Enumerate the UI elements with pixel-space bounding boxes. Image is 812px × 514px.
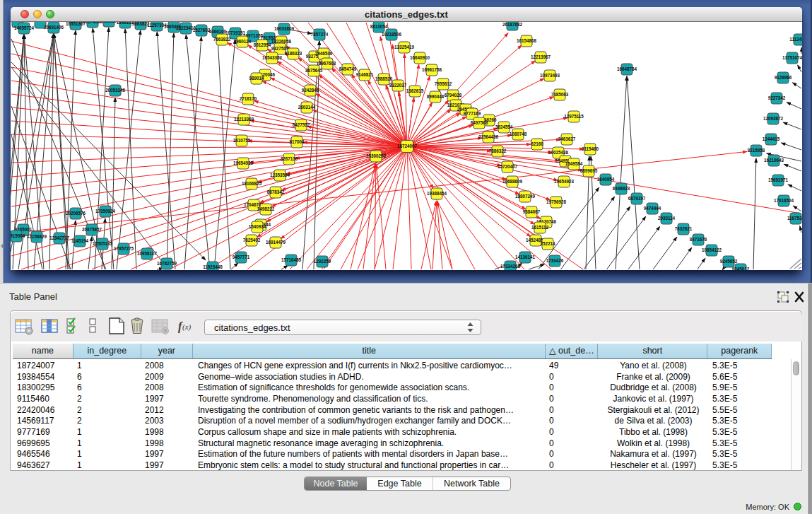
svg-text:17957275: 17957275 <box>114 246 134 251</box>
svg-text:13325419: 13325419 <box>394 45 415 49</box>
svg-text:8990448: 8990448 <box>427 94 445 99</box>
svg-text:10654122: 10654122 <box>702 247 722 252</box>
svg-text:17334268: 17334268 <box>500 264 521 269</box>
svg-text:11124586: 11124586 <box>789 37 802 42</box>
svg-text:1588520: 1588520 <box>375 76 393 81</box>
svg-text:9115460: 9115460 <box>582 146 599 151</box>
svg-text:19166825: 19166825 <box>242 181 262 186</box>
svg-text:9463627: 9463627 <box>558 136 576 141</box>
svg-text:9245652: 9245652 <box>720 259 738 264</box>
svg-text:1145194: 1145194 <box>71 238 89 243</box>
svg-text:12213967: 12213967 <box>531 54 551 59</box>
svg-text:1292259: 1292259 <box>314 259 331 264</box>
svg-text:1080748: 1080748 <box>510 132 527 136</box>
svg-text:7955812: 7955812 <box>435 81 452 86</box>
svg-text:1733426: 1733426 <box>546 258 564 263</box>
svg-text:1610755: 1610755 <box>233 138 251 143</box>
svg-text:20053346: 20053346 <box>105 88 126 93</box>
svg-text:62160: 62160 <box>531 141 543 146</box>
svg-text:16961758: 16961758 <box>422 67 442 72</box>
svg-text:9384067: 9384067 <box>523 209 541 214</box>
svg-text:8454749: 8454749 <box>339 66 357 71</box>
svg-text:16154808: 16154808 <box>517 38 537 43</box>
svg-text:9327509: 9327509 <box>271 46 289 51</box>
svg-text:20975857: 20975857 <box>82 227 102 232</box>
svg-text:19654935: 19654935 <box>233 160 254 165</box>
svg-text:10025438: 10025438 <box>548 150 569 155</box>
svg-text:1527602: 1527602 <box>193 28 211 33</box>
svg-text:7663822: 7663822 <box>213 37 231 42</box>
svg-text:17016504: 17016504 <box>774 198 794 203</box>
svg-text:6497568: 6497568 <box>471 120 488 125</box>
svg-text:8878342: 8878342 <box>267 189 285 194</box>
svg-text:7857274: 7857274 <box>311 32 329 37</box>
svg-text:12975115: 12975115 <box>564 114 584 119</box>
svg-text:19654923: 19654923 <box>554 179 575 184</box>
svg-text:14055724: 14055724 <box>14 25 35 30</box>
svg-text:3915964: 3915964 <box>11 233 25 238</box>
svg-text:2946546: 2946546 <box>315 51 333 56</box>
svg-text:16033809: 16033809 <box>274 26 295 31</box>
svg-text:16782759: 16782759 <box>157 261 177 266</box>
svg-text:6879197: 6879197 <box>628 196 646 201</box>
svg-text:8427552: 8427552 <box>293 122 310 127</box>
svg-text:3624554: 3624554 <box>495 124 513 129</box>
svg-text:8938923: 8938923 <box>613 186 630 191</box>
svg-text:12342717: 12342717 <box>49 235 70 240</box>
svg-text:18807249: 18807249 <box>515 194 536 199</box>
svg-text:7632621: 7632621 <box>675 226 693 231</box>
svg-text:14136141: 14136141 <box>515 255 536 259</box>
svg-text:8322037: 8322037 <box>389 83 407 88</box>
svg-text:1549584: 1549584 <box>565 161 583 166</box>
svg-text:2967608: 2967608 <box>319 61 336 66</box>
svg-text:18724007: 18724007 <box>397 144 418 148</box>
svg-text:8960124: 8960124 <box>234 39 252 44</box>
svg-text:(x): (x) <box>182 322 192 332</box>
svg-text:19388454: 19388454 <box>427 191 447 196</box>
svg-text:2933114: 2933114 <box>658 216 676 221</box>
svg-text:9129966: 9129966 <box>775 75 792 80</box>
svg-text:2603144: 2603144 <box>298 105 316 110</box>
svg-text:26187682: 26187682 <box>502 22 523 27</box>
svg-text:9457771: 9457771 <box>233 255 250 259</box>
svg-text:1167534: 1167534 <box>787 216 802 221</box>
svg-text:989014: 989014 <box>249 76 264 81</box>
svg-text:16210643: 16210643 <box>764 158 784 163</box>
svg-text:8215958: 8215958 <box>748 148 765 153</box>
svg-text:1540934: 1540934 <box>249 224 266 229</box>
svg-text:8912954: 8912954 <box>254 42 271 47</box>
svg-text:9146821: 9146821 <box>356 72 374 77</box>
svg-text:1244415: 1244415 <box>763 136 780 141</box>
svg-text:12093872: 12093872 <box>763 116 784 121</box>
svg-text:10973493: 10973493 <box>540 73 560 78</box>
svg-text:12213369: 12213369 <box>234 117 254 122</box>
svg-text:6466100: 6466100 <box>209 29 227 34</box>
svg-text:15692971: 15692971 <box>768 177 789 182</box>
svg-text:10958107: 10958107 <box>137 251 158 256</box>
svg-text:15716485: 15716485 <box>281 257 302 262</box>
svg-text:21564436: 21564436 <box>478 134 499 139</box>
svg-text:1362615: 1362615 <box>406 88 424 93</box>
svg-text:3875645: 3875645 <box>305 68 323 73</box>
svg-text:20206576: 20206576 <box>66 211 86 216</box>
svg-text:16640910: 16640910 <box>410 55 430 60</box>
svg-text:16543382: 16543382 <box>262 55 283 60</box>
svg-text:8813054: 8813054 <box>370 24 388 29</box>
svg-text:7886322: 7886322 <box>489 148 507 153</box>
svg-text:1640954: 1640954 <box>597 177 615 182</box>
svg-text:16648784: 16648784 <box>617 66 637 71</box>
svg-text:12353594: 12353594 <box>270 173 290 177</box>
svg-text:3267130: 3267130 <box>281 156 298 161</box>
svg-text:9245012: 9245012 <box>732 267 750 270</box>
svg-text:10688609: 10688609 <box>502 179 523 184</box>
svg-text:6794028: 6794028 <box>445 93 462 98</box>
svg-text:13751074: 13751074 <box>782 55 802 60</box>
svg-text:20691406: 20691406 <box>44 25 64 30</box>
svg-text:25300293: 25300293 <box>366 153 387 158</box>
svg-text:11923448: 11923448 <box>203 264 223 269</box>
svg-text:1498222: 1498222 <box>257 206 275 211</box>
svg-text:9474444: 9474444 <box>644 206 661 211</box>
svg-text:8471676: 8471676 <box>690 237 707 242</box>
svg-text:7485063: 7485063 <box>551 92 569 97</box>
svg-text:9242848: 9242848 <box>302 88 319 93</box>
